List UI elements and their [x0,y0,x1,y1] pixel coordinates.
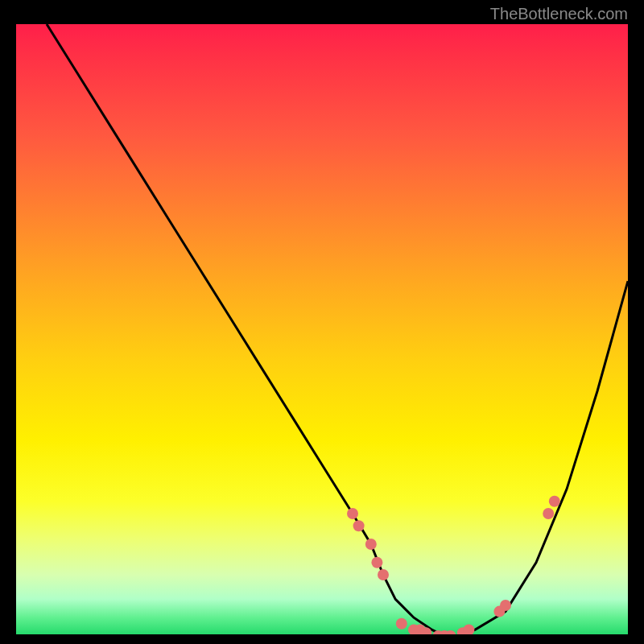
data-marker [543,508,554,519]
data-marker [463,624,474,635]
curve-svg [16,24,628,636]
data-marker [396,618,407,630]
data-marker [365,539,377,550]
data-marker [500,600,511,611]
bottleneck-curve [47,24,628,636]
plot-area [16,24,628,636]
markers-group [347,496,560,636]
chart-container: TheBottleneck.com [0,0,644,644]
data-marker [371,557,382,568]
data-marker [353,520,365,531]
data-marker [347,508,358,519]
data-marker [549,496,560,507]
data-marker [378,569,389,580]
watermark-text: TheBottleneck.com [490,5,628,23]
